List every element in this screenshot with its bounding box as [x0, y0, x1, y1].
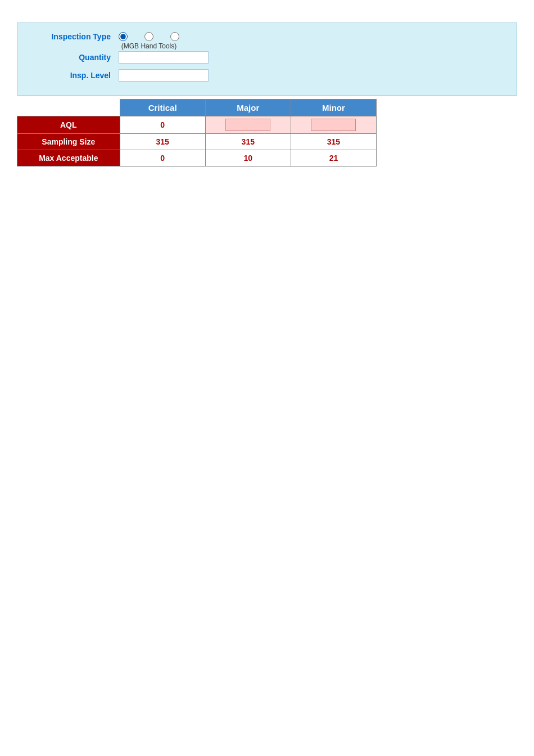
inspection-type-row: Inspection Type (MGB Hand Tools): [29, 32, 505, 41]
aql-minor-input[interactable]: [311, 119, 356, 131]
sampling-label: Sampling Size: [17, 134, 120, 150]
aql-table: Critical Major Minor AQL 0 Sampling Size…: [17, 99, 377, 166]
max-major-value: 10: [205, 150, 291, 166]
table-header-row: Critical Major Minor: [17, 100, 377, 116]
sampling-major-value: 315: [205, 134, 291, 150]
radio-option-1[interactable]: [119, 32, 128, 41]
table-row-max: Max Acceptable 0 10 21: [17, 150, 377, 166]
max-critical-value: 0: [120, 150, 205, 166]
inspection-type-label: Inspection Type: [29, 32, 119, 41]
header-critical: Critical: [120, 100, 205, 116]
aql-minor-cell[interactable]: [291, 116, 376, 134]
table-row-aql: AQL 0: [17, 116, 377, 134]
radio-sublabel-2: (MGB Hand Tools): [121, 42, 177, 50]
aql-major-cell[interactable]: [205, 116, 291, 134]
radio-input-3[interactable]: [170, 32, 179, 41]
quantity-row: Quantity: [29, 51, 505, 64]
inspection-type-radio-group: (MGB Hand Tools): [119, 32, 505, 41]
max-label: Max Acceptable: [17, 150, 120, 166]
sampling-critical-value: 315: [120, 134, 205, 150]
radio-option-2[interactable]: (MGB Hand Tools): [144, 32, 153, 41]
max-minor-value: 21: [291, 150, 376, 166]
header-major: Major: [205, 100, 291, 116]
aql-major-input[interactable]: [225, 119, 270, 131]
radio-option-3[interactable]: [170, 32, 179, 41]
aql-label: AQL: [17, 116, 120, 134]
header-minor: Minor: [291, 100, 376, 116]
table-row-sampling: Sampling Size 315 315 315: [17, 134, 377, 150]
aql-critical-value: 0: [120, 116, 205, 134]
top-section: Inspection Type (MGB Hand Tools) Quantit…: [17, 22, 517, 96]
sampling-minor-value: 315: [291, 134, 376, 150]
radio-input-1[interactable]: [119, 32, 128, 41]
radio-input-2[interactable]: [144, 32, 153, 41]
insp-level-label: Insp. Level: [29, 71, 119, 80]
insp-level-input[interactable]: [119, 69, 209, 82]
insp-level-row: Insp. Level: [29, 69, 505, 82]
quantity-input[interactable]: [119, 51, 209, 64]
header-empty: [17, 100, 120, 116]
quantity-label: Quantity: [29, 53, 119, 62]
